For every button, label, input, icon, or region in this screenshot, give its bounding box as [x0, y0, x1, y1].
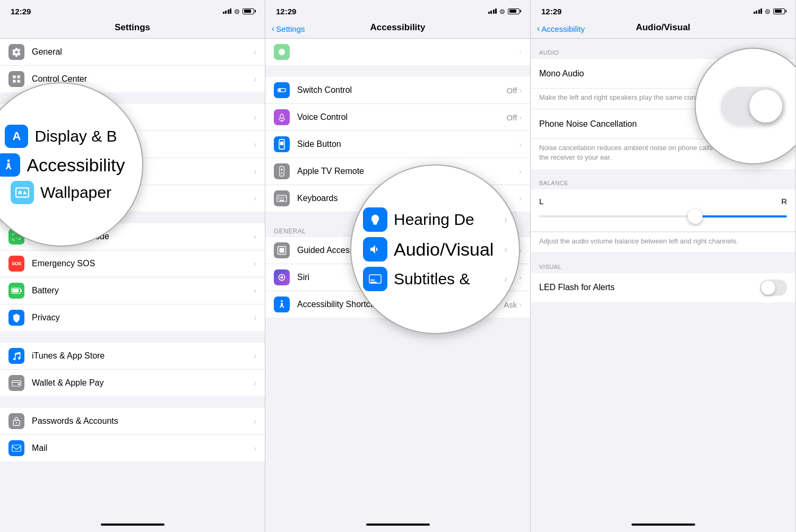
passwords-label: Passwords & Accounts: [32, 416, 254, 426]
list-item-control-center[interactable]: Control Center ›: [0, 66, 265, 92]
mono-audio-row[interactable]: Mono Audio: [531, 59, 795, 89]
battery-settings-icon: [8, 283, 24, 299]
signal-icon-1: [223, 8, 232, 14]
list-item-emergency-sos[interactable]: SOS Emergency SOS ›: [0, 250, 265, 277]
guided-access-label: Guided Access: [297, 246, 506, 255]
balance-container: L R: [531, 189, 795, 232]
svg-rect-14: [12, 445, 21, 451]
list-item-faceid[interactable]: Face ID & Passcode ›: [0, 223, 265, 250]
list-item-privacy[interactable]: Privacy ›: [0, 304, 265, 331]
siri-acc-icon: [274, 269, 290, 285]
faceid-icon: [8, 229, 24, 245]
list-item-top-partial[interactable]: ›: [265, 39, 530, 65]
led-flash-knob: [761, 281, 775, 295]
list-item-voice-control[interactable]: Voice Control Off ›: [265, 104, 530, 131]
acc-gap-1: [265, 65, 530, 77]
list-item-itunes[interactable]: iTunes & App Store ›: [0, 343, 265, 370]
svg-rect-3: [18, 80, 20, 83]
passwords-chevron: ›: [254, 417, 256, 425]
balance-slider-thumb[interactable]: [688, 209, 703, 224]
list-item-general[interactable]: General ›: [0, 39, 265, 66]
noise-cancel-toggle[interactable]: [760, 116, 787, 132]
accessibility-back-button[interactable]: ‹ Settings: [272, 24, 305, 33]
accessibility-content[interactable]: › Switch Control Off › Voice Control O: [265, 39, 530, 518]
general-label: General: [32, 47, 254, 57]
balance-left-label: L: [539, 197, 543, 206]
list-item-display[interactable]: A Display & Brightness ›: [0, 104, 265, 131]
home-indicator-3: [631, 524, 695, 526]
list-item-accessibility[interactable]: Accessibility ›: [0, 131, 265, 158]
tv-remote-label: Apple TV Remote: [297, 167, 519, 176]
status-bar-3: 12:29 ⊜: [531, 0, 795, 19]
switch-control-label: Switch Control: [297, 85, 507, 95]
list-item-switch-control[interactable]: Switch Control Off ›: [265, 77, 530, 104]
led-flash-toggle[interactable]: [760, 280, 787, 296]
balance-labels: L R: [539, 197, 787, 206]
noise-cancel-label: Phone Noise Cancellation: [539, 119, 637, 129]
section-gap-4: [0, 396, 265, 408]
list-item-wallet[interactable]: Wallet & Apple Pay ›: [0, 370, 265, 396]
mono-audio-desc: Make the left and right speakers play th…: [531, 89, 795, 109]
battery-icon-1: [243, 8, 254, 14]
home-area-1: [0, 518, 265, 532]
visual-section-header: VISUAL: [531, 253, 795, 273]
svg-rect-32: [285, 197, 286, 198]
siri-chevron: ›: [254, 194, 256, 203]
noise-cancel-row[interactable]: Phone Noise Cancellation: [531, 109, 795, 139]
acc-shortcut-value: Ask: [504, 300, 517, 309]
top-partial-icon: [274, 44, 290, 60]
gear-icon: [8, 44, 24, 60]
settings-content[interactable]: General › Control Center › A Display & B…: [0, 39, 265, 518]
mail-icon: [8, 440, 24, 456]
balance-slider-track: [539, 215, 787, 217]
slider-fill-right: [700, 215, 787, 217]
list-item-battery[interactable]: Battery ›: [0, 277, 265, 304]
voice-control-chevron: ›: [519, 113, 522, 121]
list-item-passwords[interactable]: Passwords & Accounts ›: [0, 408, 265, 435]
list-item-tv-remote[interactable]: Apple TV Remote ›: [265, 158, 530, 185]
status-icons-1: ⊜: [223, 7, 255, 15]
led-flash-row[interactable]: LED Flash for Alerts: [531, 273, 795, 302]
list-item-side-button[interactable]: Side Button ›: [265, 131, 530, 158]
audio-visual-back-button[interactable]: ‹ Accessibility: [537, 24, 585, 33]
keyboards-icon: [274, 190, 290, 206]
audio-visual-content[interactable]: AUDIO Mono Audio Make the left and right…: [531, 39, 795, 518]
time-1: 12:29: [11, 7, 31, 16]
tv-remote-chevron: ›: [519, 167, 522, 176]
guided-access-icon: [274, 242, 290, 258]
settings-section-2: A Display & Brightness › Accessibility ›…: [0, 104, 265, 212]
list-item-wallpaper[interactable]: Wallpaper ›: [0, 158, 265, 185]
emergency-sos-chevron: ›: [254, 259, 256, 268]
accessibility-label: Accessibility: [32, 139, 254, 149]
battery-label: Battery: [32, 286, 254, 295]
faceid-label: Face ID & Passcode: [32, 232, 254, 241]
signal-icon-2: [488, 8, 497, 14]
list-item-keyboards[interactable]: Keyboards ›: [265, 185, 530, 212]
slider-area[interactable]: [539, 209, 787, 224]
svg-point-40: [281, 300, 283, 302]
svg-rect-27: [281, 173, 282, 174]
wifi-icon-2: ⊜: [499, 7, 505, 15]
back-chevron-icon-3: ‹: [537, 24, 540, 33]
mono-audio-toggle[interactable]: [760, 65, 787, 82]
settings-title: Settings: [115, 22, 150, 32]
led-flash-label: LED Flash for Alerts: [539, 283, 615, 292]
accessibility-chevron: ›: [254, 140, 256, 149]
wifi-icon-3: ⊜: [765, 7, 771, 15]
control-center-icon: [8, 71, 24, 87]
list-item-mail[interactable]: Mail ›: [0, 435, 265, 461]
svg-rect-23: [280, 142, 284, 145]
list-item-siri[interactable]: Siri & Search ›: [0, 185, 265, 212]
mail-label: Mail: [32, 443, 254, 453]
section-gap-1: [0, 92, 265, 104]
list-item-acc-shortcut[interactable]: Accessibility Shortcut Ask ›: [265, 291, 530, 318]
acc-section-general: Guided Access On › Siri › Accessibility …: [265, 237, 530, 318]
accessibility-nav-header: ‹ Settings Accessibility: [265, 19, 530, 39]
svg-point-19: [279, 89, 281, 92]
list-item-siri-acc[interactable]: Siri ›: [265, 264, 530, 291]
svg-point-4: [15, 140, 17, 142]
svg-rect-1: [18, 75, 20, 78]
siri-acc-chevron: ›: [519, 273, 522, 282]
svg-rect-33: [278, 198, 280, 199]
list-item-guided-access[interactable]: Guided Access On ›: [265, 237, 530, 264]
